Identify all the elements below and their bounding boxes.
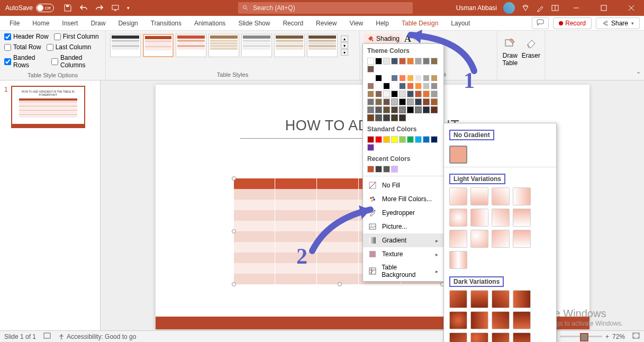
selection-handle[interactable]: [232, 229, 236, 233]
tab-insert[interactable]: Insert: [56, 16, 84, 31]
gradient-swatch[interactable]: [449, 187, 467, 205]
tab-draw[interactable]: Draw: [84, 16, 112, 31]
color-swatch[interactable]: [375, 98, 382, 105]
tab-animations[interactable]: Animations: [188, 16, 232, 31]
color-swatch[interactable]: [399, 58, 406, 65]
table-background-item[interactable]: Table Background▸: [363, 261, 443, 281]
gradient-swatch[interactable]: [449, 209, 467, 227]
fit-to-window-icon[interactable]: [632, 332, 640, 340]
color-swatch[interactable]: [423, 58, 430, 65]
save-icon[interactable]: [64, 4, 72, 12]
gradient-swatch[interactable]: [449, 251, 467, 269]
color-swatch[interactable]: [367, 136, 374, 143]
texture-item[interactable]: Texture▸: [363, 247, 443, 261]
color-swatch[interactable]: [407, 75, 414, 82]
color-swatch[interactable]: [415, 83, 422, 89]
chk-total-row[interactable]: Total Row: [4, 43, 41, 51]
gradient-swatch[interactable]: [492, 187, 510, 205]
chk-last-column[interactable]: Last Column: [47, 43, 91, 51]
color-swatch[interactable]: [415, 98, 422, 105]
color-swatch[interactable]: [391, 91, 398, 97]
no-fill-item[interactable]: No Fill: [363, 178, 443, 192]
tab-review[interactable]: Review: [310, 16, 343, 31]
color-swatch[interactable]: [391, 166, 398, 173]
color-swatch[interactable]: [431, 75, 438, 82]
gradient-swatch[interactable]: [492, 209, 510, 227]
color-swatch[interactable]: [391, 83, 398, 89]
slide-thumbnail[interactable]: HOW TO ADD GRADIENT IN THE TABLE IN POWE…: [11, 86, 85, 128]
record-button[interactable]: Record: [553, 17, 592, 29]
comments-button[interactable]: [532, 17, 549, 29]
color-swatch[interactable]: [415, 91, 422, 97]
color-swatch[interactable]: [383, 106, 390, 113]
color-swatch[interactable]: [367, 58, 374, 65]
color-swatch[interactable]: [423, 91, 430, 97]
chk-banded-rows[interactable]: Banded Rows: [4, 54, 46, 69]
draw-table-button[interactable]: Draw Table: [502, 36, 519, 67]
color-swatch[interactable]: [431, 83, 438, 89]
color-swatch[interactable]: [383, 166, 390, 173]
color-swatch[interactable]: [383, 114, 390, 121]
selection-handle[interactable]: [232, 176, 236, 181]
color-swatch[interactable]: [375, 75, 382, 82]
picture-item[interactable]: Picture...: [363, 220, 443, 233]
autosave-toggle[interactable]: AutoSave Off: [0, 4, 59, 12]
gradient-swatch[interactable]: [470, 187, 488, 205]
tab-table-design[interactable]: Table Design: [395, 16, 445, 31]
color-swatch[interactable]: [367, 106, 374, 113]
color-swatch[interactable]: [367, 66, 374, 73]
notes-icon[interactable]: [43, 332, 51, 340]
table-style-swatch[interactable]: [176, 34, 206, 57]
chk-banded-columns[interactable]: Banded Columns: [51, 54, 101, 69]
color-swatch[interactable]: [375, 58, 382, 65]
color-swatch[interactable]: [399, 136, 406, 143]
color-swatch[interactable]: [367, 75, 374, 82]
color-swatch[interactable]: [399, 75, 406, 82]
search-input[interactable]: Search (Alt+Q): [238, 2, 413, 14]
color-swatch[interactable]: [375, 106, 382, 113]
zoom-slider[interactable]: [560, 336, 602, 337]
color-swatch[interactable]: [383, 98, 390, 105]
eraser-button[interactable]: Eraser: [522, 36, 540, 67]
color-swatch[interactable]: [367, 114, 374, 121]
gradient-swatch[interactable]: [513, 187, 531, 205]
color-swatch[interactable]: [407, 136, 414, 143]
shading-button[interactable]: Shading: [364, 33, 402, 44]
eyedropper-item[interactable]: Eyedropper: [363, 206, 443, 220]
window-layout-icon[interactable]: [551, 4, 559, 12]
slideshow-start-icon[interactable]: [111, 4, 120, 12]
gradient-swatch[interactable]: [492, 290, 510, 308]
gradient-swatch[interactable]: [470, 209, 488, 227]
minimize-button[interactable]: [566, 0, 587, 16]
color-swatch[interactable]: [431, 98, 438, 105]
gradient-swatch[interactable]: [470, 311, 488, 329]
redo-icon[interactable]: [95, 4, 104, 12]
gradient-swatch[interactable]: [449, 290, 467, 308]
color-swatch[interactable]: [415, 106, 422, 113]
color-swatch[interactable]: [375, 114, 382, 121]
color-swatch[interactable]: [367, 91, 374, 97]
color-swatch[interactable]: [399, 91, 406, 97]
tab-record[interactable]: Record: [276, 16, 310, 31]
gradient-swatch[interactable]: [470, 332, 488, 342]
gradient-swatch[interactable]: [449, 311, 467, 329]
color-swatch[interactable]: [375, 83, 382, 89]
text-fill-dropdown[interactable]: ▾: [413, 35, 416, 42]
accessibility-status[interactable]: Accessibility: Good to go: [58, 333, 136, 340]
color-swatch[interactable]: [375, 136, 382, 143]
color-swatch[interactable]: [431, 106, 438, 113]
color-swatch[interactable]: [391, 58, 398, 65]
color-swatch[interactable]: [407, 106, 414, 113]
tab-slideshow[interactable]: Slide Show: [232, 16, 276, 31]
undo-icon[interactable]: [79, 4, 88, 12]
collapse-ribbon-icon[interactable]: ⌃: [636, 71, 641, 78]
color-swatch[interactable]: [423, 83, 430, 89]
color-swatch[interactable]: [391, 136, 398, 143]
color-swatch[interactable]: [431, 58, 438, 65]
color-swatch[interactable]: [399, 106, 406, 113]
selection-handle[interactable]: [338, 282, 342, 286]
more-fill-colors-item[interactable]: More Fill Colors...: [363, 192, 443, 206]
gradient-swatch[interactable]: [492, 332, 510, 342]
pen-icon[interactable]: [536, 4, 545, 12]
color-swatch[interactable]: [423, 98, 430, 105]
